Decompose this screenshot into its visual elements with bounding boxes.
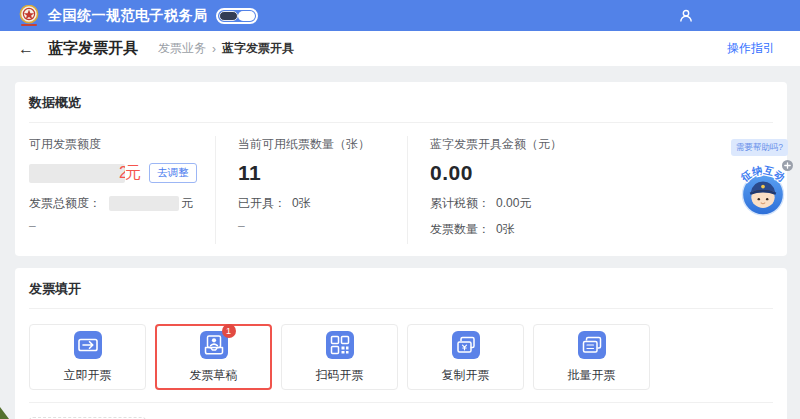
placeholder-dash: –: [29, 219, 215, 233]
total-quota-label: 发票总额度：: [29, 195, 101, 212]
blue-amount-label: 蓝字发票开具金额（元）: [430, 136, 773, 153]
placeholder-dash: –: [238, 219, 407, 233]
tax-total-label: 累计税额：: [430, 195, 490, 212]
masked-total-quota: [109, 196, 179, 211]
quota-column: 可用发票额度 2元 去调整 发票总额度： 元 –: [29, 136, 215, 244]
paper-count-value: 11: [238, 161, 261, 185]
section-title-filling: 发票填开: [29, 280, 773, 298]
app-header: 全国统一规范电子税务局: [0, 0, 800, 31]
user-icon[interactable]: [677, 7, 695, 25]
total-quota-unit: 元: [181, 195, 193, 212]
invoice-filling-card: 发票填开 立即开票: [15, 268, 787, 419]
invoice-count-label: 发票数量：: [430, 221, 490, 238]
action-label: 复制开票: [442, 367, 490, 384]
batch-invoice-icon: [578, 331, 606, 359]
assistant-widget: 需要帮助吗? 征纳互动: [735, 139, 793, 219]
app-title: 全国统一规范电子税务局: [48, 7, 208, 25]
back-arrow-icon[interactable]: ←: [18, 41, 34, 57]
toggle-knob: [219, 11, 238, 21]
mascot-avatar[interactable]: 征纳互动: [735, 156, 791, 222]
page-title: 蓝字发票开具: [48, 39, 138, 58]
quota-label: 可用发票额度: [29, 136, 215, 153]
divider: [29, 402, 773, 403]
immediate-invoice-icon: [74, 331, 102, 359]
tax-total-value: 0.00元: [496, 195, 531, 212]
breadcrumb-current: 蓝字发票开具: [222, 40, 294, 57]
toggle-track: [238, 11, 255, 21]
header-toggle[interactable]: [216, 8, 258, 24]
operation-guide-link[interactable]: 操作指引: [727, 40, 775, 57]
issued-value: 0张: [292, 195, 311, 212]
main-content: 数据概览 可用发票额度 2元 去调整 发票总额度： 元 – 当前可用纸票数量（张…: [0, 66, 800, 419]
paper-count-label: 当前可用纸票数量（张）: [238, 136, 407, 153]
paper-invoice-column: 当前可用纸票数量（张） 11 已开具： 0张 –: [215, 136, 407, 244]
action-card-invoice-draft[interactable]: 1 发票草稿: [155, 324, 272, 390]
action-card-batch-invoice[interactable]: 批量开票: [533, 324, 650, 390]
issued-label: 已开具：: [238, 195, 286, 212]
action-label: 扫码开票: [316, 367, 364, 384]
blue-invoice-amount-column: 蓝字发票开具金额（元） 0.00 累计税额： 0.00元 发票数量： 0张: [407, 136, 773, 244]
qr-code-icon: [326, 331, 354, 359]
section-title-overview: 数据概览: [29, 94, 773, 112]
draft-count-badge: 1: [222, 324, 236, 338]
action-card-immediate-invoice[interactable]: 立即开票: [29, 324, 146, 390]
breadcrumb-parent[interactable]: 发票业务: [158, 40, 206, 57]
adjust-quota-button[interactable]: 去调整: [149, 163, 197, 183]
masked-quota-value: [29, 164, 125, 183]
divider: [29, 308, 773, 309]
quota-unit: 2元: [119, 163, 141, 184]
action-label: 立即开票: [64, 367, 112, 384]
action-card-copy-invoice[interactable]: 复制开票: [407, 324, 524, 390]
action-label: 批量开票: [568, 367, 616, 384]
action-card-scan-code[interactable]: 扫码开票: [281, 324, 398, 390]
breadcrumb-bar: ← 蓝字发票开具 发票业务 › 蓝字发票开具 操作指引: [0, 31, 800, 66]
action-label: 发票草稿: [190, 367, 238, 384]
copy-invoice-icon: [452, 331, 480, 359]
blue-amount-value: 0.00: [430, 161, 473, 185]
invoice-count-value: 0张: [496, 221, 515, 238]
tax-emblem-logo: [18, 5, 40, 27]
desktop-corner: [0, 407, 9, 419]
breadcrumb-separator: ›: [212, 42, 216, 56]
assistant-bubble: 需要帮助吗?: [731, 139, 788, 156]
data-overview-card: 数据概览 可用发票额度 2元 去调整 发票总额度： 元 – 当前可用纸票数量（张…: [15, 82, 787, 256]
